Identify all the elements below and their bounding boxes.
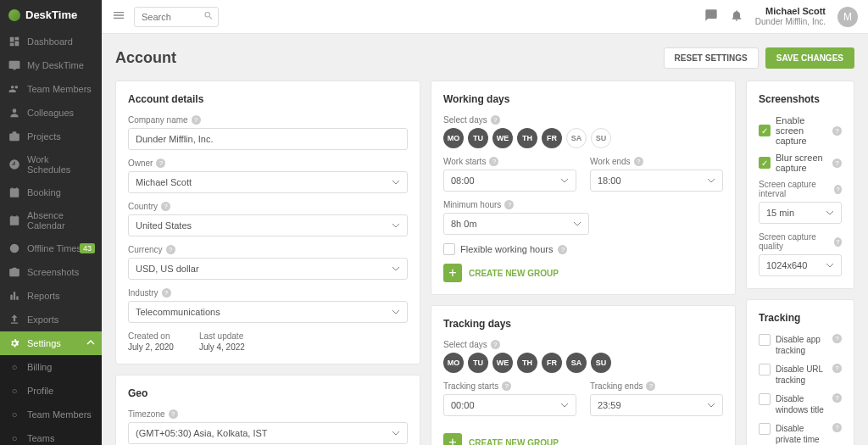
sidebar-item-mydesktime[interactable]: My DeskTime — [0, 53, 102, 77]
help-icon[interactable]: ? — [832, 126, 842, 136]
search-icon[interactable] — [203, 10, 214, 23]
quality-select[interactable]: 1024x640 — [759, 254, 842, 276]
tracking-option-checkbox[interactable] — [759, 364, 771, 375]
bell-icon[interactable] — [730, 8, 743, 25]
sidebar-item-offline[interactable]: Offline Times43 — [0, 236, 102, 260]
sidebar-item-projects[interactable]: Projects — [0, 125, 102, 148]
monitor-icon — [8, 59, 20, 71]
tracking-ends-select[interactable]: 23:59 — [590, 394, 723, 416]
sidebar-item-reports[interactable]: Reports — [0, 284, 102, 308]
reset-button[interactable]: RESET SETTINGS — [664, 47, 759, 69]
sidebar-item-exports[interactable]: Exports — [0, 308, 102, 331]
user-name: Michael Scott — [755, 6, 826, 17]
country-select[interactable]: United States — [128, 214, 408, 236]
add-group-button[interactable]: + — [443, 433, 462, 445]
card-title: Tracking — [759, 312, 842, 324]
day-pill-sa[interactable]: SA — [566, 128, 587, 148]
day-pill-mo[interactable]: MO — [443, 353, 464, 373]
sidebar-item-teammembers[interactable]: Team Members — [0, 77, 102, 101]
day-pill-mo[interactable]: MO — [443, 128, 464, 148]
help-icon[interactable]: ? — [832, 393, 842, 403]
day-pill-tu[interactable]: TU — [468, 353, 488, 373]
calendar-x-icon — [8, 214, 20, 226]
sidebar: DeskTime Dashboard My DeskTime Team Memb… — [0, 0, 102, 445]
create-group-label[interactable]: CREATE NEW GROUP — [469, 269, 559, 278]
avatar[interactable]: M — [837, 7, 858, 27]
help-icon[interactable]: ? — [491, 340, 500, 349]
logo-icon — [8, 9, 20, 21]
sidebar-sub-teams[interactable]: ○Teams — [0, 426, 102, 445]
work-starts-select[interactable]: 08:00 — [443, 170, 576, 192]
save-button[interactable]: SAVE CHANGES — [765, 47, 854, 69]
card-title: Account details — [128, 93, 408, 105]
help-icon[interactable]: ? — [634, 157, 643, 166]
help-icon[interactable]: ? — [646, 381, 655, 391]
page-title: Account — [115, 49, 176, 67]
tracking-starts-select[interactable]: 00:00 — [443, 394, 576, 416]
sidebar-item-booking[interactable]: Booking — [0, 181, 102, 204]
day-pill-th[interactable]: TH — [517, 128, 537, 148]
sidebar-sub-profile[interactable]: ○Profile — [0, 379, 102, 403]
sidebar-item-colleagues[interactable]: Colleagues — [0, 101, 102, 125]
chevron-up-icon — [86, 338, 95, 348]
help-icon[interactable]: ? — [834, 185, 842, 194]
help-icon[interactable]: ? — [832, 364, 842, 373]
day-pill-tu[interactable]: TU — [468, 128, 488, 148]
sidebar-item-absence[interactable]: Absence Calendar — [0, 204, 102, 236]
help-icon[interactable]: ? — [832, 159, 842, 168]
interval-select[interactable]: 15 min — [759, 202, 842, 224]
tracking-option-checkbox[interactable] — [759, 393, 771, 405]
day-pill-th[interactable]: TH — [517, 353, 537, 373]
help-icon[interactable]: ? — [502, 381, 511, 391]
help-icon[interactable]: ? — [166, 245, 175, 254]
day-pill-we[interactable]: WE — [492, 128, 513, 148]
owner-select[interactable]: Michael Scott — [128, 171, 408, 193]
add-group-button[interactable]: + — [443, 264, 462, 282]
help-icon[interactable]: ? — [504, 200, 514, 209]
day-pill-sa[interactable]: SA — [566, 353, 587, 373]
help-icon[interactable]: ? — [169, 409, 178, 419]
currency-select[interactable]: USD, US dollar — [128, 258, 408, 280]
enable-capture-checkbox[interactable] — [759, 125, 771, 136]
help-icon[interactable]: ? — [832, 423, 842, 432]
flexible-checkbox[interactable] — [443, 243, 455, 255]
timezone-select[interactable]: (GMT+05:30) Asia, Kolkata, IST — [128, 422, 408, 444]
sidebar-sub-teammembers[interactable]: ○Team Members — [0, 403, 102, 426]
gear-icon — [8, 337, 20, 349]
tracking-option-checkbox[interactable] — [759, 423, 771, 435]
help-icon[interactable]: ? — [161, 202, 170, 211]
company-input[interactable] — [128, 128, 408, 150]
day-pill-fr[interactable]: FR — [542, 353, 562, 373]
logo[interactable]: DeskTime — [0, 0, 102, 30]
sidebar-item-workschedules[interactable]: Work Schedules — [0, 148, 102, 181]
circle-icon: ○ — [8, 409, 20, 420]
sidebar-item-dashboard[interactable]: Dashboard — [0, 30, 102, 53]
help-icon[interactable]: ? — [192, 115, 201, 125]
day-pill-we[interactable]: WE — [492, 353, 513, 373]
help-icon[interactable]: ? — [489, 157, 498, 166]
tracking-option-checkbox[interactable] — [759, 334, 771, 346]
min-hours-select[interactable]: 8h 0m — [443, 213, 589, 235]
sidebar-item-settings[interactable]: Settings — [0, 331, 102, 355]
help-icon[interactable]: ? — [491, 115, 500, 125]
user-info[interactable]: Michael Scott Dunder Mifflin, Inc. — [755, 6, 826, 27]
day-pill-su[interactable]: SU — [591, 353, 611, 373]
work-ends-select[interactable]: 18:00 — [590, 170, 723, 192]
help-icon[interactable]: ? — [832, 334, 842, 343]
help-icon[interactable]: ? — [558, 245, 567, 254]
blur-capture-checkbox[interactable] — [759, 157, 771, 169]
create-group-label[interactable]: CREATE NEW GROUP — [469, 438, 559, 446]
circle-icon: ○ — [8, 385, 20, 397]
help-icon[interactable]: ? — [162, 288, 171, 298]
svg-point-0 — [13, 108, 17, 113]
day-pill-su[interactable]: SU — [591, 128, 611, 148]
sidebar-item-screenshots[interactable]: Screenshots — [0, 260, 102, 284]
industry-select[interactable]: Telecommunications — [128, 301, 408, 323]
search-container — [134, 7, 219, 27]
day-pill-fr[interactable]: FR — [542, 128, 562, 148]
hamburger-icon[interactable] — [112, 8, 125, 25]
help-icon[interactable]: ? — [834, 237, 842, 247]
chat-icon[interactable] — [704, 8, 718, 25]
sidebar-sub-billing[interactable]: ○Billing — [0, 355, 102, 379]
help-icon[interactable]: ? — [156, 159, 165, 168]
